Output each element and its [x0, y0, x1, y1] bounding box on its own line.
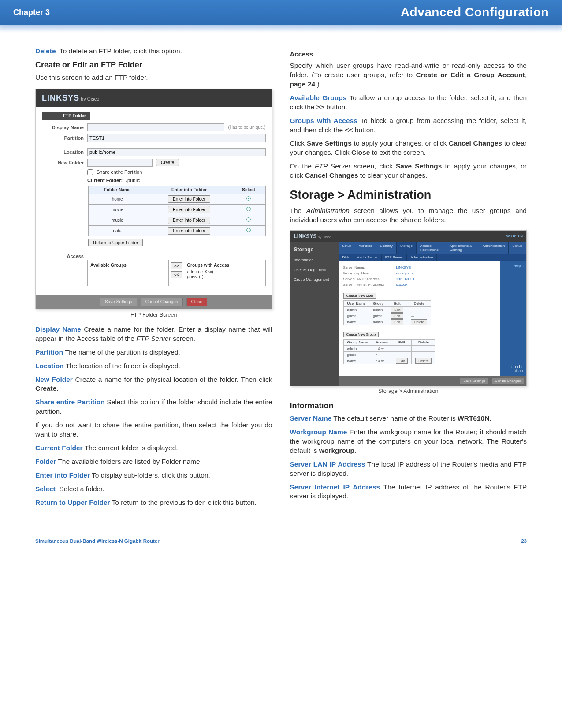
enter-folder-button[interactable]: Enter into Folder	[168, 195, 210, 203]
para-available-groups: Available Groups To allow a group access…	[290, 93, 527, 112]
tab[interactable]: Applications & Gaming	[446, 242, 479, 254]
col-select: Select	[232, 186, 265, 194]
move-right-button[interactable]: >>	[171, 262, 182, 269]
delete-button[interactable]: Delete	[411, 319, 427, 325]
para-share: Share entire Partition Select this optio…	[35, 398, 272, 416]
help-link[interactable]: Help...	[500, 261, 526, 270]
radio-icon[interactable]	[246, 196, 251, 201]
storage-tabs: Setup Wireless Security Storage Access R…	[339, 242, 527, 254]
para-folder: Folder The available folders are listed …	[35, 457, 272, 467]
subtab[interactable]: Media Server	[353, 254, 382, 261]
storage-admin-screenshot: LINKSYS by Cisco WRT610N Storage Informa…	[290, 230, 527, 386]
row-display-name: Display Name (Has to be unique.)	[42, 123, 266, 131]
edit-button[interactable]: Edit	[391, 307, 403, 313]
create-user-button[interactable]: Create New User	[343, 293, 376, 299]
para-ftp-save: On the FTP Server screen, click Save Set…	[290, 162, 527, 180]
save-settings-button[interactable]: Save Settings	[100, 298, 137, 306]
available-groups-panel[interactable]: Available Groups	[87, 260, 169, 286]
access-heading: Access	[290, 50, 527, 58]
cancel-changes-button[interactable]: Cancel Changes	[492, 378, 524, 384]
lbl-display-name: Display Name	[42, 125, 84, 130]
ftp-folder-screenshot: LINKSYS by Cisco FTP Folder Display Name…	[35, 89, 272, 309]
tab[interactable]: Status	[509, 242, 526, 254]
cancel-changes-button[interactable]: Cancel Changes	[141, 298, 183, 306]
delete-para: Delete To delete an FTP folder, click th…	[35, 47, 272, 56]
input-partition[interactable]	[87, 134, 266, 142]
create-button[interactable]: Create	[156, 159, 179, 166]
access-mid: >> <<	[169, 260, 184, 286]
subtab[interactable]: Administration	[407, 254, 437, 261]
chapter-title: Advanced Configuration	[401, 5, 549, 19]
sidebar-item[interactable]: User Management	[290, 265, 339, 275]
chapter-label: Chapter 3	[13, 8, 50, 17]
storage-subtabs: Disk Media Server FTP Server Administrat…	[339, 254, 527, 261]
enter-folder-button[interactable]: Enter into Folder	[168, 206, 210, 213]
row-access: Access Available Groups >> << Groups	[42, 254, 266, 286]
input-new-folder[interactable]	[87, 159, 153, 167]
tab[interactable]: Security	[376, 242, 397, 254]
tab[interactable]: Administration	[479, 242, 509, 254]
table-row: adminr & w——	[343, 345, 435, 351]
table-row: dataEnter into Folder	[89, 225, 266, 236]
row-partition: Partition	[42, 134, 266, 142]
table-row: movieEnter into Folder	[89, 204, 266, 215]
tab[interactable]: Access Restrictions	[417, 242, 446, 254]
sidebar-item[interactable]: Group Management	[290, 275, 339, 284]
input-location[interactable]	[87, 148, 266, 156]
save-settings-button[interactable]: Save Settings	[460, 378, 488, 384]
link-page-24[interactable]: page 24	[290, 80, 316, 88]
para-select: Select Select a folder.	[35, 485, 272, 494]
para-new-folder: New Folder Create a name for the physica…	[35, 375, 272, 394]
screenshot-footer: Save Settings Cancel Changes Close	[36, 295, 272, 309]
page-header: Chapter 3 Advanced Configuration	[0, 0, 562, 25]
col-enter: Enter into Folder	[146, 186, 232, 194]
enter-folder-button[interactable]: Enter into Folder	[168, 227, 210, 235]
edit-button[interactable]: Edit	[391, 319, 403, 325]
close-button[interactable]: Close	[186, 298, 208, 306]
lbl-access: Access	[42, 254, 84, 259]
create-intro: Use this screen to add an FTP folder.	[35, 73, 272, 82]
cisco-logo: ılıılı cisco	[500, 360, 526, 376]
user-table: User NameGroupEditDelete adminadminEdit—…	[343, 300, 432, 325]
row-share: Share entire Partition	[42, 169, 266, 175]
share-checkbox[interactable]	[87, 169, 93, 175]
lbl-location: Location	[42, 149, 84, 155]
lbl-new-folder: New Folder	[42, 160, 84, 165]
right-column: Access Specify which user groups have re…	[290, 47, 527, 512]
caption-ftp: FTP Folder Screen	[35, 312, 272, 318]
current-folder-lbl: Current Folder:	[87, 178, 123, 183]
enter-folder-button[interactable]: Enter into Folder	[168, 217, 210, 224]
input-display-name[interactable]	[87, 123, 224, 131]
subtab[interactable]: FTP Server	[382, 254, 407, 261]
radio-icon[interactable]	[246, 228, 251, 232]
lbl-partition: Partition	[42, 135, 84, 141]
para-lan: Server LAN IP Address The local IP addre…	[290, 460, 527, 478]
create-group-button[interactable]: Create New Group	[343, 332, 379, 337]
tab[interactable]: Wireless	[355, 242, 376, 254]
delete-button[interactable]: Delete	[415, 358, 432, 364]
tab[interactable]: Storage	[397, 242, 417, 254]
table-row: adminadminEdit—	[343, 306, 431, 313]
sidebar-item[interactable]: Information	[290, 255, 339, 265]
radio-icon[interactable]	[246, 207, 251, 211]
para-wan: Server Internet IP Address The Internet …	[290, 483, 527, 501]
move-left-button[interactable]: <<	[171, 271, 182, 278]
edit-button[interactable]: Edit	[396, 358, 408, 364]
ftp-body: FTP Folder Display Name (Has to be uniqu…	[36, 107, 272, 295]
para-location: Location The location of the folder is d…	[35, 362, 272, 371]
table-row: homeEnter into Folder	[89, 194, 266, 204]
storage-top: LINKSYS by Cisco WRT610N	[290, 231, 527, 242]
subtab[interactable]: Disk	[339, 254, 354, 261]
access-box: Available Groups >> << Groups with Acces…	[87, 260, 266, 286]
groups-with-access-panel[interactable]: Groups with Access admin (r & w) guest (…	[184, 260, 265, 286]
tab[interactable]: Setup	[339, 242, 356, 254]
return-upper-button[interactable]: Return to Upper Folder	[88, 239, 143, 246]
row-location: Location	[42, 148, 266, 156]
link-create-group[interactable]: Create or Edit a Group Account	[416, 71, 525, 78]
table-row: homer & wEditDelete	[343, 358, 435, 364]
para-return: Return to Upper Folder To return to the …	[35, 498, 272, 508]
row-new-folder: New Folder Create	[42, 159, 266, 167]
delete-text: To delete an FTP folder, click this opti…	[60, 47, 182, 55]
edit-button[interactable]: Edit	[391, 313, 403, 319]
radio-icon[interactable]	[246, 217, 251, 222]
